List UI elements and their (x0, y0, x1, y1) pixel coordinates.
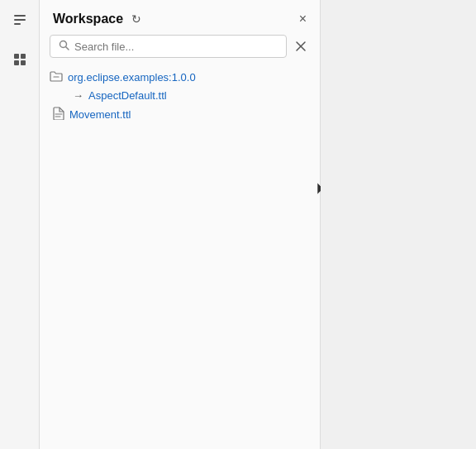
panel-sidebar-icon[interactable] (7, 7, 33, 33)
file-name-aspectdefault: AspectDefault.ttl (88, 89, 167, 102)
svg-rect-1 (14, 19, 26, 21)
svg-rect-2 (14, 23, 21, 25)
workspace-title-row: Workspace ↻ (53, 11, 143, 27)
svg-rect-4 (21, 54, 26, 59)
folder-name: org.eclipse.examples:1.0.0 (68, 71, 196, 84)
search-icon (59, 40, 69, 53)
close-button[interactable]: × (296, 10, 310, 28)
arrow-icon: → (73, 89, 83, 102)
search-input[interactable] (74, 41, 278, 53)
workspace-title: Workspace (53, 12, 123, 26)
refresh-button[interactable]: ↻ (130, 11, 143, 27)
svg-rect-0 (14, 15, 26, 17)
left-sidebar (0, 0, 40, 449)
file-item-aspectdefault[interactable]: → AspectDefault.ttl (40, 87, 320, 104)
file-tree: org.eclipse.examples:1.0.0 → AspectDefau… (40, 64, 320, 449)
svg-rect-3 (14, 54, 19, 59)
workspace-header: Workspace ↻ × (40, 0, 320, 35)
search-input-wrapper (50, 35, 287, 58)
search-bar (50, 35, 310, 58)
svg-rect-5 (14, 60, 19, 65)
folder-icon (50, 70, 63, 84)
file-name-movement: Movement.ttl (69, 108, 131, 121)
file-icon (53, 107, 64, 122)
file-item-movement[interactable]: Movement.ttl (40, 104, 320, 125)
grid-sidebar-icon[interactable] (7, 46, 33, 73)
workspace-panel: Workspace ↻ × (40, 0, 321, 449)
svg-rect-6 (21, 60, 26, 65)
right-area: Open in new window Open in current Find … (321, 0, 476, 449)
folder-item[interactable]: org.eclipse.examples:1.0.0 (40, 68, 320, 87)
svg-line-8 (66, 47, 69, 50)
collapse-button[interactable] (292, 37, 310, 55)
